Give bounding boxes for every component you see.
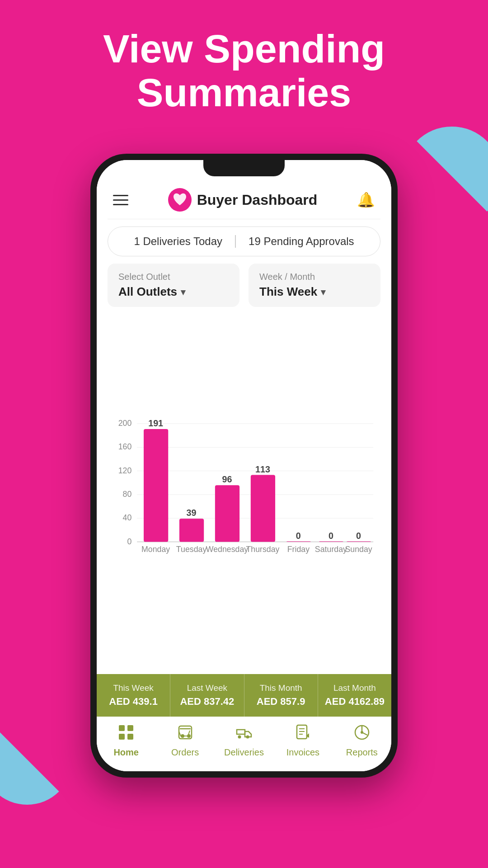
period-value: This Week ▾: [259, 285, 370, 299]
nav-home[interactable]: Home: [97, 724, 155, 758]
deliveries-today: 1 Deliveries Today: [134, 235, 222, 248]
home-icon: [118, 724, 134, 745]
phone-frame: Buyer Dashboard 🔔 1 Deliveries Today 19 …: [90, 154, 398, 778]
app-title-text: Buyer Dashboard: [197, 192, 318, 208]
app-logo: [168, 188, 192, 212]
orders-icon: [177, 724, 193, 745]
nav-deliveries[interactable]: Deliveries: [215, 724, 273, 758]
summary-bar: This Week AED 439.1 Last Week AED 837.42…: [97, 674, 391, 717]
svg-rect-38: [127, 734, 133, 740]
invoices-icon: [295, 724, 311, 745]
svg-rect-37: [119, 734, 125, 740]
svg-point-42: [238, 736, 241, 739]
svg-text:Thursday: Thursday: [246, 545, 279, 554]
svg-text:0: 0: [328, 531, 333, 541]
outlet-chevron: ▾: [181, 287, 185, 297]
hamburger-menu[interactable]: [113, 195, 128, 205]
summary-this-month: This Month AED 857.9: [244, 674, 318, 717]
header-divider: [108, 219, 380, 219]
reports-icon: [354, 724, 370, 745]
chart-area: 200 160 120 80 40 0 191 Monday 39 Tuesda…: [97, 311, 391, 674]
summary-this-week: This Week AED 439.1: [97, 674, 170, 717]
nav-invoices-label: Invoices: [286, 747, 319, 758]
nav-orders[interactable]: Orders: [155, 724, 214, 758]
svg-text:40: 40: [123, 513, 132, 522]
svg-point-43: [246, 736, 249, 739]
deliveries-icon: [236, 724, 252, 745]
logo-title: Buyer Dashboard: [168, 188, 318, 212]
bar-divider: [235, 235, 236, 248]
summary-last-week: Last Week AED 837.42: [170, 674, 244, 717]
filter-row: Select Outlet All Outlets ▾ Week / Month…: [97, 264, 391, 307]
period-label: Week / Month: [259, 272, 370, 282]
svg-text:Saturday: Saturday: [315, 545, 347, 554]
nav-home-label: Home: [113, 747, 139, 758]
svg-rect-26: [286, 542, 311, 542]
svg-rect-17: [179, 519, 204, 542]
svg-text:120: 120: [118, 466, 132, 475]
bar-chart: 200 160 120 80 40 0 191 Monday 39 Tuesda…: [110, 321, 378, 670]
svg-text:Sunday: Sunday: [345, 545, 372, 554]
svg-text:Friday: Friday: [287, 545, 310, 554]
phone-screen: Buyer Dashboard 🔔 1 Deliveries Today 19 …: [97, 160, 391, 771]
period-chevron: ▾: [321, 287, 325, 297]
svg-text:80: 80: [123, 490, 132, 499]
app-header: Buyer Dashboard 🔔: [97, 183, 391, 219]
svg-text:200: 200: [118, 419, 132, 428]
svg-rect-29: [319, 542, 343, 542]
svg-rect-23: [251, 475, 275, 542]
svg-rect-32: [347, 542, 371, 542]
bottom-nav: Home Orders: [97, 717, 391, 771]
svg-rect-35: [119, 725, 125, 731]
svg-rect-20: [215, 485, 239, 542]
nav-invoices[interactable]: Invoices: [273, 724, 332, 758]
last-month-value: AED 4162.89: [324, 696, 386, 708]
nav-orders-label: Orders: [171, 747, 199, 758]
svg-text:39: 39: [187, 508, 197, 518]
phone-notch: [203, 160, 285, 176]
svg-text:0: 0: [127, 537, 131, 546]
last-week-label: Last Week: [176, 683, 238, 693]
nav-reports-label: Reports: [346, 747, 378, 758]
outlet-value: All Outlets ▾: [118, 285, 229, 299]
svg-text:113: 113: [255, 464, 270, 474]
summary-last-month: Last Month AED 4162.89: [318, 674, 391, 717]
last-week-value: AED 837.42: [176, 696, 238, 708]
nav-reports[interactable]: Reports: [333, 724, 391, 758]
outlet-filter[interactable]: Select Outlet All Outlets ▾: [108, 264, 239, 307]
bg-decoration-bottom: [0, 714, 72, 805]
svg-text:Monday: Monday: [141, 545, 170, 554]
svg-text:0: 0: [296, 531, 301, 541]
this-week-value: AED 439.1: [102, 696, 164, 708]
svg-text:160: 160: [118, 442, 132, 451]
svg-text:Tuesday: Tuesday: [176, 545, 207, 554]
this-week-label: This Week: [102, 683, 164, 693]
hero-text: View Spending Summaries: [0, 27, 488, 115]
bg-decoration-top: [402, 127, 488, 226]
svg-text:0: 0: [356, 531, 361, 541]
pending-approvals: 19 Pending Approvals: [249, 235, 354, 248]
svg-point-49: [361, 731, 363, 734]
last-month-label: Last Month: [324, 683, 386, 693]
delivery-bar: 1 Deliveries Today 19 Pending Approvals: [108, 226, 380, 256]
nav-deliveries-label: Deliveries: [224, 747, 264, 758]
period-filter[interactable]: Week / Month This Week ▾: [249, 264, 380, 307]
svg-text:96: 96: [222, 474, 232, 484]
this-month-value: AED 857.9: [250, 696, 312, 708]
svg-rect-14: [144, 429, 168, 542]
svg-text:Wednesday: Wednesday: [206, 545, 249, 554]
this-month-label: This Month: [250, 683, 312, 693]
svg-text:191: 191: [148, 418, 163, 428]
svg-rect-36: [127, 725, 133, 731]
notifications-bell[interactable]: 🔔: [357, 191, 375, 208]
outlet-label: Select Outlet: [118, 272, 229, 282]
